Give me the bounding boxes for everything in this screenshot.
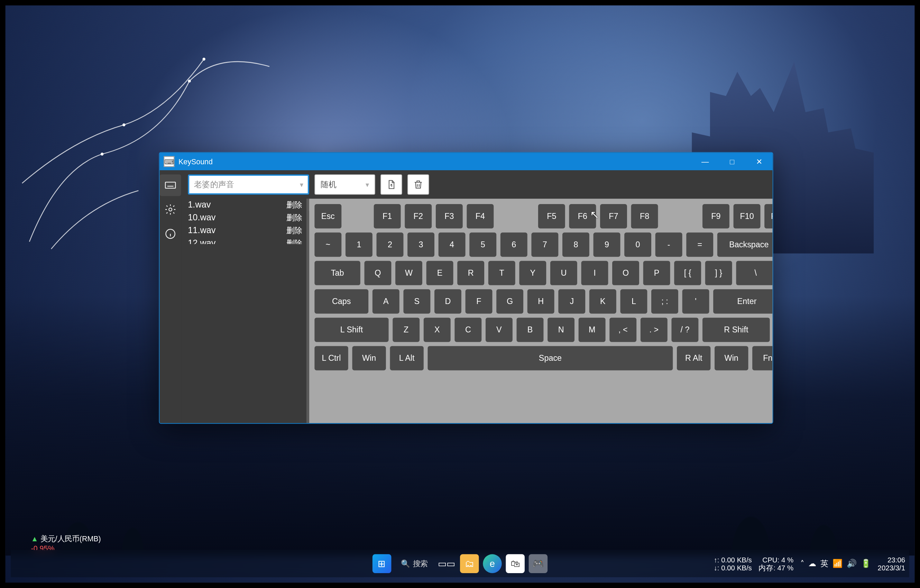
key-backspace[interactable]: Backspace [718,232,773,257]
key-f3[interactable]: F3 [436,204,463,228]
key-4[interactable]: 4 [439,232,465,257]
sidebar-item-about[interactable] [160,223,181,245]
key-l[interactable]: L [620,289,647,313]
wifi-icon[interactable]: 📶 [833,559,842,568]
window-maximize-button[interactable]: □ [719,153,746,170]
key-x[interactable]: X [424,317,451,342]
key-capslock[interactable]: Caps [314,289,368,313]
file-list[interactable]: 1.wav 删除 10.wav 删除 11.wav 删除 12.wav [181,199,309,423]
key-r[interactable]: R [457,261,484,285]
key-f4[interactable]: F4 [466,204,494,228]
key-left-ctrl[interactable]: L Ctrl [314,346,348,370]
volume-icon[interactable]: 🔊 [847,559,857,568]
key-o[interactable]: O [612,261,639,285]
key-w[interactable]: W [395,261,422,285]
sidebar-item-settings[interactable] [160,199,181,220]
key-period[interactable]: . > [641,317,667,342]
key-bracket-left[interactable]: [ { [674,261,701,285]
clock[interactable]: 23:06 2023/3/1 [878,556,905,572]
key-f10[interactable]: F10 [734,204,761,228]
key-bracket-right[interactable]: ] } [705,261,732,285]
list-item[interactable]: 12.wav 删除 [185,237,309,244]
task-view-button[interactable]: ▭▭ [437,554,456,573]
titlebar[interactable]: ⌨ KeySound — □ ✕ [160,153,773,170]
key-b[interactable]: B [517,317,544,342]
key-right-shift[interactable]: R Shift [703,317,770,342]
tray-chevron-icon[interactable]: ˄ [800,559,805,568]
key-right-alt[interactable]: R Alt [677,346,710,370]
key-p[interactable]: P [643,261,670,285]
key-f1[interactable]: F1 [374,204,401,228]
key-semicolon[interactable]: ; : [651,289,678,313]
key-3[interactable]: 3 [407,232,434,257]
key-left-shift[interactable]: L Shift [314,317,389,342]
key-v[interactable]: V [486,317,513,342]
start-button[interactable]: ⊞ [373,554,392,573]
key-z[interactable]: Z [392,317,420,342]
key-j[interactable]: J [558,289,585,313]
key-esc[interactable]: Esc [314,204,341,228]
taskbar-search[interactable]: 🔍 搜索 [395,559,433,569]
key-i[interactable]: I [581,261,608,285]
window-minimize-button[interactable]: — [692,153,719,170]
key-k[interactable]: K [590,289,616,313]
list-item[interactable]: 10.wav 删除 [185,212,309,225]
key-9[interactable]: 9 [593,232,620,257]
key-enter[interactable]: Enter [713,289,773,313]
open-file-button[interactable] [381,174,402,195]
mode-select[interactable]: 随机 ▾ [314,174,375,195]
file-delete-link[interactable]: 删除 [287,225,303,236]
window-close-button[interactable]: ✕ [746,153,773,170]
key-minus[interactable]: - [655,232,682,257]
key-slash[interactable]: / ? [671,317,698,342]
key-5[interactable]: 5 [469,232,496,257]
key-f11[interactable]: F11 [765,204,773,228]
file-delete-link[interactable]: 删除 [287,199,303,211]
key-f2[interactable]: F2 [405,204,432,228]
key-8[interactable]: 8 [562,232,590,257]
explorer-button[interactable]: 🗂 [460,554,479,573]
battery-icon[interactable]: 🔋 [861,559,871,568]
key-tab[interactable]: Tab [314,261,360,285]
key-f5[interactable]: F5 [538,204,565,228]
key-tilde[interactable]: ~ [314,232,341,257]
key-n[interactable]: N [547,317,575,342]
taskbar[interactable]: ⊞ 🔍 搜索 ▭▭ 🗂 e 🛍 🎮 ↑: 0.00 KB/s ↓: 0.00 K… [11,550,909,577]
key-1[interactable]: 1 [345,232,373,257]
edge-button[interactable]: e [483,554,502,573]
key-comma[interactable]: , < [609,317,637,342]
key-left-win[interactable]: Win [352,346,385,370]
key-f7[interactable]: F7 [600,204,627,228]
key-f8[interactable]: F8 [631,204,658,228]
key-0[interactable]: 0 [624,232,651,257]
tray-cloud-icon[interactable]: ☁ [808,559,816,568]
key-c[interactable]: C [455,317,481,342]
sidebar-item-keyboard[interactable] [160,174,181,196]
key-right-win[interactable]: Win [714,346,748,370]
key-fn[interactable]: Fn [752,346,773,370]
app-pinned-button[interactable]: 🎮 [529,554,548,573]
key-left-alt[interactable]: L Alt [390,346,423,370]
key-g[interactable]: G [496,289,523,313]
key-2[interactable]: 2 [377,232,403,257]
key-q[interactable]: Q [364,261,391,285]
key-m[interactable]: M [579,317,606,342]
key-a[interactable]: A [373,289,400,313]
key-quote[interactable]: ' [682,289,709,313]
key-y[interactable]: Y [519,261,546,285]
key-e[interactable]: E [426,261,454,285]
key-d[interactable]: D [434,289,462,313]
key-equals[interactable]: = [686,232,713,257]
key-u[interactable]: U [550,261,577,285]
store-button[interactable]: 🛍 [505,554,525,573]
key-h[interactable]: H [528,289,554,313]
key-f[interactable]: F [465,289,492,313]
list-item[interactable]: 11.wav 删除 [185,225,309,237]
key-f6[interactable]: F6 [569,204,596,228]
file-delete-link[interactable]: 删除 [287,238,303,243]
delete-button[interactable] [407,174,429,195]
key-7[interactable]: 7 [531,232,558,257]
key-space[interactable]: Space [428,346,673,370]
key-6[interactable]: 6 [500,232,528,257]
key-t[interactable]: T [488,261,515,285]
